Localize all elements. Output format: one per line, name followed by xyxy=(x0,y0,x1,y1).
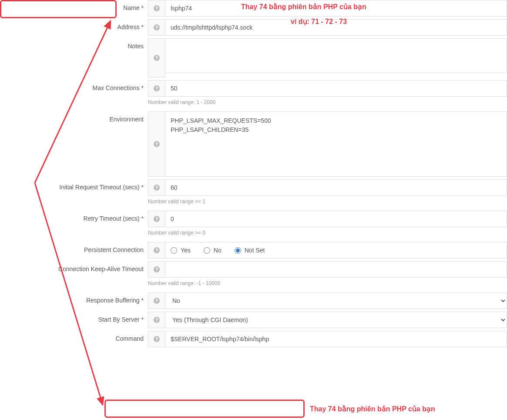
svg-text:?: ? xyxy=(155,185,158,190)
svg-text:?: ? xyxy=(155,86,158,91)
maxconn-input[interactable] xyxy=(165,80,507,97)
persistent-yes[interactable]: Yes xyxy=(171,247,191,254)
help-icon[interactable]: ? xyxy=(148,331,165,347)
help-icon[interactable]: ? xyxy=(148,312,165,328)
retry-timeout-input[interactable] xyxy=(165,211,507,227)
init-timeout-label: Initial Request Timeout (secs) * xyxy=(0,179,148,191)
command-input[interactable] xyxy=(165,331,507,347)
maxconn-helper: Number valid range: 1 - 2000 xyxy=(148,97,507,109)
keepalive-input[interactable] xyxy=(165,261,507,278)
persistent-notset-label: Not Set xyxy=(245,247,265,254)
maxconn-label: Max Connections * xyxy=(0,80,148,91)
help-icon[interactable]: ? xyxy=(148,242,165,259)
persistent-label: Persistent Connection xyxy=(0,242,148,253)
svg-text:?: ? xyxy=(155,25,158,30)
persistent-yes-radio[interactable] xyxy=(171,247,177,254)
keepalive-helper: Number valid range: -1 - 10000 xyxy=(148,278,507,290)
notes-label: Notes xyxy=(0,38,148,50)
help-icon[interactable]: ? xyxy=(148,211,165,227)
svg-text:?: ? xyxy=(155,298,158,303)
address-label: Address * xyxy=(0,19,148,30)
svg-text:?: ? xyxy=(155,6,158,11)
command-label: Command xyxy=(0,331,148,342)
help-icon[interactable]: ? xyxy=(148,111,165,177)
svg-text:?: ? xyxy=(155,336,158,342)
startby-label: Start By Server * xyxy=(0,312,148,323)
keepalive-label: Connection Keep-Alive Timeout xyxy=(0,261,148,272)
svg-text:?: ? xyxy=(155,141,158,147)
persistent-notset[interactable]: Not Set xyxy=(235,247,265,254)
respbuffer-select[interactable]: No xyxy=(165,292,507,309)
environment-label: Environment xyxy=(0,111,148,123)
highlight-command xyxy=(104,400,305,418)
persistent-yes-label: Yes xyxy=(181,247,191,254)
persistent-no[interactable]: No xyxy=(204,247,222,254)
svg-text:?: ? xyxy=(155,248,158,253)
persistent-no-label: No xyxy=(214,247,222,254)
address-input[interactable] xyxy=(165,19,507,36)
svg-text:?: ? xyxy=(155,267,158,272)
startby-select[interactable]: Yes (Through CGI Daemon) xyxy=(165,312,507,328)
name-input[interactable] xyxy=(165,0,507,17)
persistent-no-radio[interactable] xyxy=(204,247,210,254)
init-timeout-helper: Number valid range >= 1 xyxy=(148,196,507,208)
help-icon[interactable]: ? xyxy=(148,179,165,196)
notes-input[interactable] xyxy=(165,38,507,73)
annotation-bottom: Thay 74 bằng phiên bản PHP của bạn xyxy=(310,405,435,413)
name-label: Name * xyxy=(0,0,148,11)
help-icon[interactable]: ? xyxy=(148,261,165,278)
respbuffer-label: Response Buffering * xyxy=(0,292,148,304)
init-timeout-input[interactable] xyxy=(165,179,507,196)
help-icon[interactable]: ? xyxy=(148,80,165,97)
svg-text:?: ? xyxy=(155,317,158,323)
persistent-notset-radio[interactable] xyxy=(235,247,241,254)
help-icon[interactable]: ? xyxy=(148,19,165,36)
help-icon[interactable]: ? xyxy=(148,0,165,17)
retry-timeout-helper: Number valid range >= 0 xyxy=(148,227,507,239)
help-icon[interactable]: ? xyxy=(148,38,165,77)
help-icon[interactable]: ? xyxy=(148,292,165,309)
persistent-radio-group: Yes No Not Set xyxy=(165,242,507,259)
svg-text:?: ? xyxy=(155,216,158,222)
environment-input[interactable] xyxy=(165,111,507,177)
svg-text:?: ? xyxy=(155,55,158,60)
retry-timeout-label: Retry Timeout (secs) * xyxy=(0,211,148,222)
